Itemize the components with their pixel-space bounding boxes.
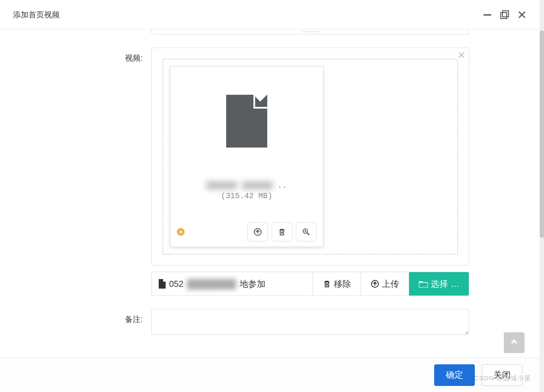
select-file-button[interactable]: 选择 … [409,272,469,296]
remove-button[interactable]: 移除 [313,272,361,296]
video-upload-panel: ✕ ██████ ██████ .. [151,48,469,266]
file-size: (315.42 MB) [221,192,272,200]
file-actions [247,222,317,241]
file-card-footer: + [177,222,317,241]
upload-toolbar: 052 ████████ 地参加 移除 上传 选择 … [151,272,469,296]
panel-close-icon[interactable]: ✕ [458,50,465,61]
file-suffix: 地参加 [240,278,266,290]
file-icon [158,279,166,289]
modal-title: 添加首页视频 [13,10,60,20]
modal-dialog: 添加首页视频 视频: ✕ [0,0,540,392]
selected-file-display: 052 ████████ 地参加 [152,272,313,296]
modal-header-controls [483,10,527,19]
file-preview-card: ██████ ██████ .. (315.42 MB) + [170,66,323,247]
add-badge-icon[interactable]: + [177,228,185,236]
svg-rect-2 [502,11,509,17]
remark-label: 备注: [13,309,151,337]
modal-header: 添加首页视频 [0,0,540,29]
modal-footer: 确定 关闭 [0,357,540,392]
svg-rect-0 [483,14,491,16]
minimize-icon[interactable] [483,10,492,19]
video-label: 视频: [13,48,151,296]
zoom-file-button[interactable] [296,222,317,241]
svg-rect-6 [419,283,428,287]
upload-file-button[interactable] [247,222,268,241]
file-dropzone[interactable]: ██████ ██████ .. (315.42 MB) + [163,59,458,254]
watermark: CSDN @盐城小菜 [474,374,531,382]
file-redacted-text: ████████ [187,279,236,289]
vertical-scrollbar[interactable] [540,30,544,238]
file-number: 052 [169,279,183,289]
close-icon[interactable] [517,10,527,19]
prev-field-label [13,29,151,35]
maximize-icon[interactable] [500,10,509,19]
scroll-to-top-button[interactable] [504,332,525,353]
confirm-button[interactable]: 确定 [434,364,475,386]
file-icon [226,95,267,148]
modal-body: 视频: ✕ ██████ ██████ .. [0,29,540,357]
delete-file-button[interactable] [272,222,292,241]
prev-field-input[interactable] [151,29,469,35]
file-name: ██████ ██████ .. [177,181,317,190]
svg-rect-1 [501,13,507,19]
upload-button[interactable]: 上传 [361,272,409,296]
remark-textarea[interactable] [151,309,469,335]
